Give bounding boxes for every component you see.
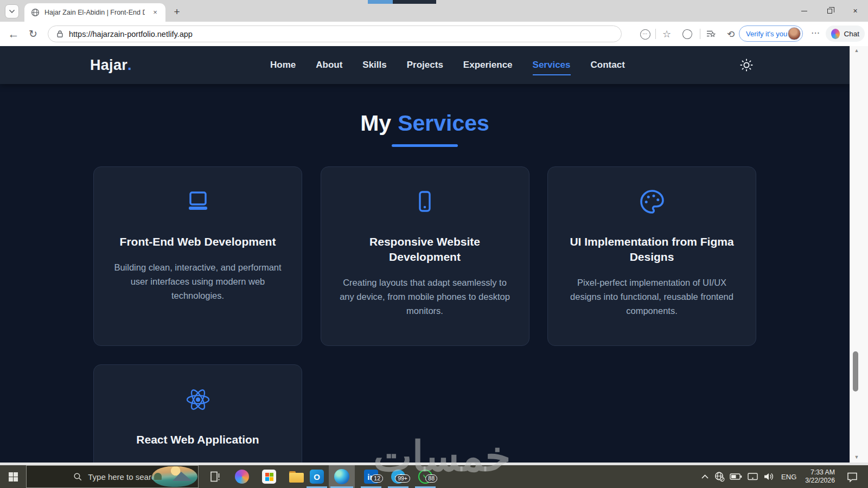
history-icon: ⟲ bbox=[727, 29, 735, 40]
service-card-frontend[interactable]: Front-End Web Development Building clean… bbox=[93, 166, 302, 346]
service-card-responsive[interactable]: Responsive Website Development Creating … bbox=[321, 166, 529, 346]
toolbar-divider bbox=[655, 29, 656, 39]
globe-favicon-icon bbox=[31, 8, 40, 17]
address-bar[interactable]: https://hajarzain-portfolio.netlify.app bbox=[48, 25, 622, 42]
clock[interactable]: 7:33 AM 3/22/2026 bbox=[803, 468, 837, 485]
page-title: MyServices bbox=[0, 110, 850, 136]
cast-status-button[interactable] bbox=[747, 471, 758, 482]
toolbar-divider bbox=[700, 29, 700, 39]
site-nav-links: Home About Skills Projects Experience Se… bbox=[270, 46, 625, 84]
card-title: Front-End Web Development bbox=[112, 234, 283, 249]
edge-button[interactable] bbox=[329, 465, 355, 488]
tray-expand-button[interactable] bbox=[701, 474, 709, 479]
outlook-button[interactable]: O bbox=[305, 465, 329, 488]
browser-essentials-button[interactable] bbox=[681, 28, 693, 40]
system-tray: ENG 7:33 AM 3/22/2026 bbox=[701, 465, 868, 488]
extensions-menu-button[interactable]: ⋯ bbox=[639, 28, 651, 40]
nav-link-services[interactable]: Services bbox=[533, 60, 571, 75]
verify-its-you-button[interactable]: Verify it's you bbox=[739, 25, 803, 42]
window-controls: × bbox=[792, 0, 868, 22]
copilot-chat-button[interactable]: Chat bbox=[826, 25, 865, 42]
card-description: Building clean, interactive, and perform… bbox=[112, 260, 283, 303]
microsoft-store-button[interactable] bbox=[257, 465, 281, 488]
copilot-icon bbox=[235, 470, 249, 484]
smartphone-icon bbox=[412, 189, 438, 215]
page-scrollbar[interactable]: ▲ ▼ bbox=[850, 46, 868, 463]
card-description: Pixel-perfect implementation of UI/UX de… bbox=[566, 275, 737, 318]
screen-share-indicator bbox=[368, 0, 393, 4]
search-highlights-image[interactable] bbox=[152, 466, 197, 487]
clock-date: 3/22/2026 bbox=[805, 477, 835, 485]
heading-underline bbox=[392, 144, 458, 147]
volume-button[interactable] bbox=[763, 472, 775, 481]
display-cast-icon bbox=[747, 471, 758, 482]
nav-link-skills[interactable]: Skills bbox=[362, 60, 386, 70]
battery-status-button[interactable] bbox=[730, 471, 742, 482]
chevron-down-icon bbox=[9, 9, 15, 14]
network-status-button[interactable] bbox=[714, 471, 725, 482]
nav-link-about[interactable]: About bbox=[316, 60, 342, 70]
tab-close-icon[interactable]: × bbox=[150, 8, 160, 17]
search-placeholder: Type here to search bbox=[88, 472, 160, 481]
back-button[interactable]: ← bbox=[5, 22, 22, 46]
url-text: https://hajarzain-portfolio.netlify.app bbox=[69, 30, 193, 38]
sun-icon bbox=[739, 58, 754, 72]
browser-tab[interactable]: Hajar Zain El-Abidin | Front-End D × bbox=[24, 3, 165, 22]
tab-search-button[interactable] bbox=[5, 4, 19, 18]
telegram-button[interactable]: 99+ bbox=[386, 465, 410, 488]
card-title: UI Implementation from Figma Designs bbox=[566, 234, 737, 265]
task-view-icon bbox=[208, 471, 221, 483]
window-minimize-button[interactable] bbox=[792, 0, 817, 22]
whatsapp-notification-badge: 88 bbox=[425, 474, 437, 483]
history-button[interactable]: ⟲ bbox=[725, 28, 737, 40]
nav-link-home[interactable]: Home bbox=[270, 60, 296, 70]
nav-link-contact[interactable]: Contact bbox=[591, 60, 625, 70]
chevron-up-icon bbox=[701, 474, 709, 479]
card-title: React Web Application bbox=[112, 432, 283, 447]
scroll-up-arrow-icon[interactable]: ▲ bbox=[850, 48, 863, 53]
chat-label: Chat bbox=[844, 30, 859, 38]
window-restore-button[interactable] bbox=[817, 0, 843, 22]
window-close-button[interactable]: × bbox=[843, 0, 868, 22]
webpage-viewport: Hajar. Home About Skills Projects Experi… bbox=[0, 46, 850, 463]
taskbar-copilot-button[interactable] bbox=[230, 465, 254, 488]
logo-dot: . bbox=[127, 57, 132, 74]
taskbar-search-input[interactable]: Type here to search bbox=[26, 465, 199, 488]
task-view-button[interactable] bbox=[203, 465, 227, 488]
file-explorer-icon bbox=[289, 471, 304, 483]
tab-title: Hajar Zain El-Abidin | Front-End D bbox=[44, 9, 145, 16]
site-logo[interactable]: Hajar. bbox=[90, 46, 132, 84]
refresh-button[interactable]: ↻ bbox=[25, 22, 41, 46]
start-button[interactable] bbox=[0, 465, 26, 488]
nav-link-experience[interactable]: Experience bbox=[463, 60, 513, 70]
language-indicator[interactable]: ENG bbox=[780, 473, 798, 481]
favorites-bar-button[interactable] bbox=[705, 28, 717, 40]
restore-icon bbox=[827, 9, 832, 14]
clock-time: 7:33 AM bbox=[805, 468, 835, 477]
globe-no-internet-icon bbox=[714, 471, 725, 482]
whatsapp-button[interactable]: 88 bbox=[413, 465, 437, 488]
action-center-button[interactable] bbox=[842, 471, 863, 483]
lock-icon bbox=[56, 30, 63, 38]
browser-toolbar: ← ↻ https://hajarzain-portfolio.netlify.… bbox=[0, 22, 868, 46]
card-title: Responsive Website Development bbox=[340, 234, 510, 265]
linkedin-notification-badge: 12 bbox=[371, 474, 383, 483]
theme-toggle-button[interactable] bbox=[739, 57, 754, 73]
copilot-icon bbox=[831, 29, 840, 39]
service-cards-grid: Front-End Web Development Building clean… bbox=[93, 166, 756, 463]
settings-and-more-button[interactable]: ⋯ bbox=[809, 28, 821, 40]
new-tab-button[interactable]: + bbox=[170, 5, 184, 19]
minimize-icon bbox=[801, 11, 807, 11]
battery-icon bbox=[730, 471, 742, 482]
outlook-icon: O bbox=[310, 470, 324, 484]
linkedin-button[interactable]: in 12 bbox=[359, 465, 383, 488]
service-card-ui-implementation[interactable]: UI Implementation from Figma Designs Pix… bbox=[547, 166, 756, 346]
nav-link-projects[interactable]: Projects bbox=[407, 60, 443, 70]
scroll-down-arrow-icon[interactable]: ▼ bbox=[850, 454, 863, 460]
windows-logo-icon bbox=[9, 472, 18, 481]
service-card-react[interactable]: React Web Application bbox=[93, 364, 302, 463]
services-section: MyServices Front-End Web Development Bui… bbox=[0, 84, 850, 463]
browser-essentials-icon bbox=[682, 29, 692, 39]
scrollbar-thumb[interactable] bbox=[853, 351, 858, 391]
favorite-this-page-button[interactable]: ☆ bbox=[661, 28, 673, 40]
